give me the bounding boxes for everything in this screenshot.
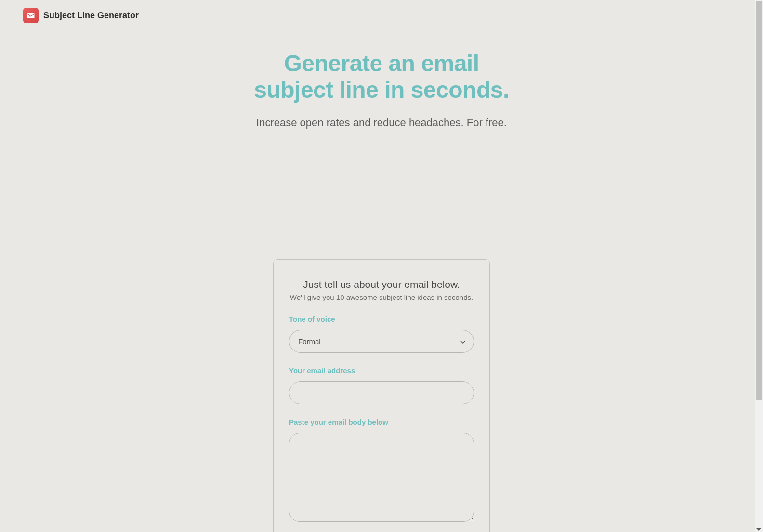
hero-title-line1: Generate an email	[284, 51, 479, 76]
card-heading: Just tell us about your email below.	[289, 279, 474, 290]
hero-title: Generate an email subject line in second…	[0, 50, 763, 103]
tone-label: Tone of voice	[289, 315, 474, 323]
hero-subtitle: Increase open rates and reduce headaches…	[0, 117, 763, 129]
envelope-icon	[23, 8, 39, 23]
app-header: Subject Line Generator	[0, 0, 763, 31]
hero-title-line2: subject line in seconds.	[254, 77, 509, 103]
app-title: Subject Line Generator	[43, 11, 139, 21]
scrollbar-track[interactable]	[755, 0, 763, 532]
body-textarea[interactable]	[289, 433, 474, 522]
tone-select[interactable]: Formal	[289, 330, 474, 353]
svg-rect-0	[27, 13, 35, 18]
tone-form-group: Tone of voice Formal	[289, 315, 474, 353]
body-form-group: Paste your email body below	[289, 418, 474, 524]
scrollbar-arrow-down-icon[interactable]	[756, 528, 761, 531]
email-label: Your email address	[289, 366, 474, 375]
tone-select-wrapper: Formal	[289, 330, 474, 353]
email-field[interactable]	[289, 381, 474, 404]
card-subheading: We'll give you 10 awesome subject line i…	[289, 293, 474, 301]
form-card: Just tell us about your email below. We'…	[273, 259, 490, 532]
scrollbar-thumb[interactable]	[756, 1, 762, 400]
hero-section: Generate an email subject line in second…	[0, 50, 763, 129]
body-label: Paste your email body below	[289, 418, 474, 426]
email-form-group: Your email address	[289, 366, 474, 404]
